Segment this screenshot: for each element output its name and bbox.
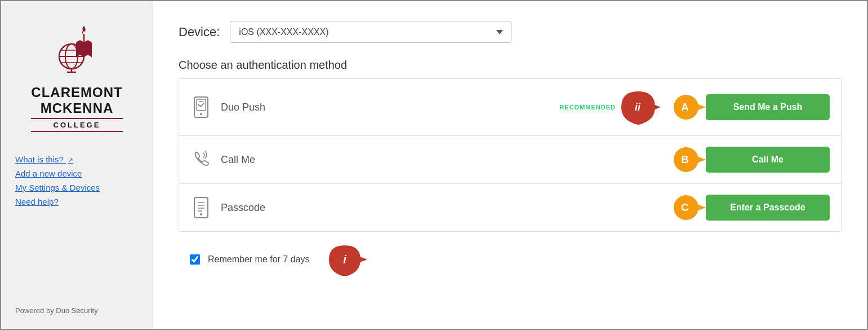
send-push-button[interactable]: Send Me a Push (706, 94, 830, 120)
call-me-icon (190, 149, 212, 170)
duo-push-icon (190, 96, 212, 118)
svg-marker-24 (697, 204, 706, 211)
what-is-this-link[interactable]: What is this? ↗ (15, 155, 139, 164)
passcode-right: C Enter a Passcode (672, 193, 830, 222)
college-logo (43, 18, 111, 80)
need-help-link[interactable]: Need help? (15, 197, 139, 206)
main-container: CLAREMONT McKENNA COLLEGE What is this? … (0, 0, 868, 330)
passcode-text-area: Passcode (221, 202, 672, 214)
logo-area: CLAREMONT McKENNA COLLEGE (15, 18, 139, 132)
my-settings-link[interactable]: My Settings & Devices (15, 183, 139, 192)
call-me-name: Call Me (221, 154, 672, 166)
recommended-badge: RECOMMENDED (559, 104, 616, 111)
annotation-a: A (672, 93, 706, 122)
powered-by: Powered by Duo Security (15, 295, 139, 315)
sidebar-links: What is this? ↗ Add a new device My Sett… (15, 155, 139, 206)
call-me-right: B Call Me (672, 145, 830, 174)
svg-marker-16 (697, 156, 706, 163)
auth-methods: Duo Push RECOMMENDED ii (179, 78, 842, 232)
add-new-device-link[interactable]: Add a new device (15, 169, 139, 178)
annotation-ii: ii (616, 88, 661, 126)
annotation-a-label: A (682, 102, 689, 113)
annotation-i: i (323, 242, 367, 277)
auth-title: Choose an authentication method (179, 59, 842, 72)
remember-row: Remember me for 7 days i (179, 232, 842, 287)
annotation-ii-label: ii (635, 102, 640, 113)
svg-marker-25 (358, 256, 367, 263)
annotation-c: C (672, 193, 706, 222)
college-name-line3: COLLEGE (31, 118, 122, 132)
college-name: CLAREMONT McKENNA COLLEGE (31, 85, 122, 132)
auth-row-passcode: Passcode C Enter a Passcode (179, 184, 841, 231)
auth-row-duo-push: Duo Push RECOMMENDED ii (179, 79, 841, 136)
annotation-c-label: C (682, 202, 689, 214)
sidebar: CLAREMONT McKENNA COLLEGE What is this? … (1, 1, 153, 329)
svg-marker-14 (697, 104, 706, 111)
device-select[interactable]: iOS (XXX-XXX-XXXX) (230, 21, 511, 43)
auth-row-call-me: Call Me B Call Me (179, 136, 841, 184)
device-label: Device: (179, 25, 220, 39)
svg-point-10 (200, 113, 202, 115)
annotation-i-label: i (343, 253, 346, 266)
duo-push-name: Duo Push (221, 102, 551, 113)
device-row: Device: iOS (XXX-XXX-XXXX) (179, 21, 842, 43)
annotation-b: B (672, 145, 706, 174)
passcode-icon (190, 197, 212, 218)
college-name-line1: CLAREMONT (31, 85, 122, 100)
svg-marker-12 (652, 104, 661, 111)
call-me-button[interactable]: Call Me (706, 147, 830, 173)
call-me-text-area: Call Me (221, 154, 672, 166)
remember-label: Remember me for 7 days (208, 254, 310, 265)
college-name-line2: McKENNA (31, 100, 122, 116)
duo-push-text-area: Duo Push RECOMMENDED (221, 102, 616, 113)
annotation-b-label: B (682, 154, 689, 166)
duo-push-right: A Send Me a Push (672, 93, 830, 122)
enter-passcode-button[interactable]: Enter a Passcode (706, 195, 830, 221)
main-content: Device: iOS (XXX-XXX-XXXX) Choose an aut… (153, 1, 867, 329)
remember-checkbox[interactable] (190, 254, 200, 265)
svg-rect-9 (197, 99, 206, 111)
external-link-icon: ↗ (68, 156, 73, 164)
svg-point-18 (200, 213, 202, 215)
passcode-name: Passcode (221, 202, 672, 214)
